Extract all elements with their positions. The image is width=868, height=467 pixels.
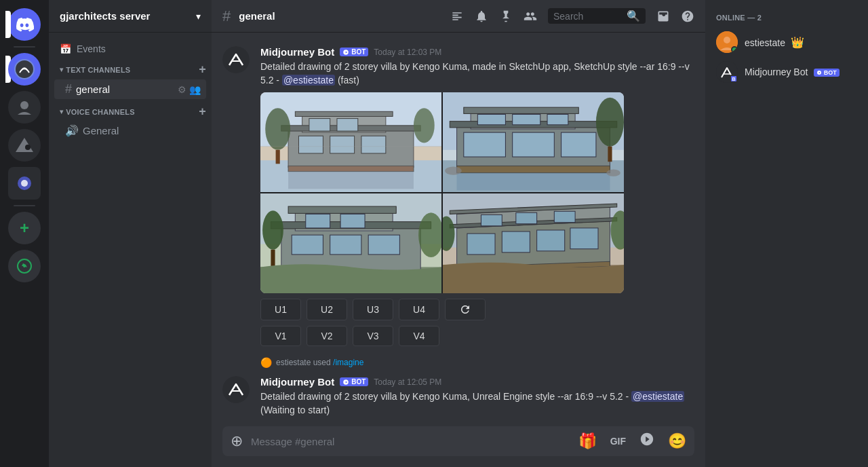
voice-channel-name: General <box>83 125 119 136</box>
member-item-midjourney[interactable]: B Midjourney Bot BOT <box>711 57 863 87</box>
svg-rect-74 <box>570 228 598 249</box>
add-attachment-button[interactable]: ⊕ <box>228 427 245 455</box>
svg-rect-76 <box>516 213 537 224</box>
discover-button[interactable] <box>8 250 41 282</box>
message-header-1: Midjourney Bot BOT Today at 12:03 PM <box>260 46 694 58</box>
bell-icon[interactable] <box>475 10 488 23</box>
message-text-1: Detailed drawing of 2 storey villa by Ke… <box>260 60 694 87</box>
member-name-estiestate: estiestate <box>745 37 785 48</box>
voice-channels-label: VOICE CHANNELS <box>66 108 134 116</box>
channel-item-general[interactable]: # general ⚙ 👥 <box>54 79 206 99</box>
message-content-1: Midjourney Bot BOT Today at 12:03 PM Det… <box>260 46 694 346</box>
settings-icon[interactable]: ⚙ <box>178 84 186 95</box>
message-avatar-1 <box>222 46 250 73</box>
svg-rect-39 <box>547 115 568 125</box>
server3-icon[interactable] <box>8 129 41 162</box>
svg-rect-71 <box>467 234 495 255</box>
image-cell-1 <box>260 92 441 192</box>
inbox-icon[interactable] <box>656 10 670 23</box>
v4-button[interactable]: V4 <box>399 326 439 346</box>
svg-rect-41 <box>608 147 612 162</box>
help-icon[interactable] <box>681 10 694 23</box>
hashtag-icon: # <box>65 82 72 96</box>
message-input-area: ⊕ 🎁 GIF 😊 <box>212 426 705 467</box>
members-icon[interactable]: 👥 <box>189 84 201 95</box>
svg-rect-16 <box>298 136 323 153</box>
bot-indicator: B <box>730 75 738 83</box>
server2-wrapper <box>8 91 41 124</box>
message-timestamp-1: Today at 12:03 PM <box>374 48 441 57</box>
svg-rect-72 <box>502 231 530 253</box>
search-box[interactable]: 🔍 <box>548 8 646 24</box>
server-header[interactable]: gjarchitects server ▾ <box>49 0 212 33</box>
svg-marker-2 <box>16 138 33 152</box>
svg-point-61 <box>262 210 283 250</box>
member-avatar-midjourney: B <box>716 61 738 83</box>
mention-estiestate-2[interactable]: @estiestate <box>631 391 684 402</box>
gjarchitects-server-icon[interactable] <box>8 53 41 86</box>
svg-rect-19 <box>309 119 330 131</box>
svg-point-40 <box>596 98 624 147</box>
v2-button[interactable]: V2 <box>307 326 347 346</box>
svg-rect-20 <box>337 119 358 131</box>
online-indicator <box>731 46 738 53</box>
channel-action-icons: ⚙ 👥 <box>178 84 201 95</box>
add-server-button[interactable]: + <box>8 212 41 244</box>
button-row-1: U1 U2 U3 U4 <box>260 299 694 320</box>
gift-icon[interactable]: 🎁 <box>576 427 599 455</box>
voice-channels-header[interactable]: ▾ VOICE CHANNELS + <box>49 102 212 122</box>
v3-button[interactable]: V3 <box>353 326 393 346</box>
u3-button[interactable]: U3 <box>353 299 393 320</box>
mention-estiestate[interactable]: @estiestate <box>282 75 335 86</box>
server-sidebar: + <box>0 0 49 467</box>
v1-button[interactable]: V1 <box>260 326 301 346</box>
calendar-icon: 📅 <box>60 43 71 54</box>
pin-icon[interactable] <box>499 10 513 23</box>
svg-rect-57 <box>340 214 365 229</box>
svg-point-5 <box>21 180 28 187</box>
events-label: Events <box>77 43 106 54</box>
text-channels-header[interactable]: ▾ TEXT CHANNELS + <box>49 60 212 79</box>
threads-icon[interactable] <box>450 10 464 23</box>
server4-icon[interactable] <box>8 167 41 200</box>
system-text: estiestate used /imagine <box>276 358 363 367</box>
discord-home-wrapper <box>8 8 41 41</box>
channel-sidebar: gjarchitects server ▾ 📅 Events ▾ TEXT CH… <box>49 0 212 467</box>
add-channel-button[interactable]: + <box>199 62 206 77</box>
svg-point-45 <box>606 170 620 176</box>
members-panel-icon[interactable] <box>524 10 537 23</box>
svg-point-3 <box>25 145 31 150</box>
message-input-box: ⊕ 🎁 GIF 😊 <box>222 426 694 456</box>
server2-icon[interactable] <box>8 91 41 124</box>
server4-wrapper <box>8 167 41 200</box>
button-row-2: V1 V2 V3 V4 <box>260 326 694 346</box>
image-grid-1[interactable] <box>260 92 624 293</box>
message-author-1: Midjourney Bot <box>260 46 334 58</box>
message-input[interactable] <box>251 428 570 455</box>
crown-badge: 👑 <box>791 37 804 48</box>
u4-button[interactable]: U4 <box>399 299 439 320</box>
u2-button[interactable]: U2 <box>307 299 347 320</box>
sticker-icon[interactable] <box>637 426 657 456</box>
chat-header: # general <box>212 0 705 33</box>
events-item[interactable]: 📅 Events <box>49 38 212 60</box>
svg-rect-56 <box>306 214 330 229</box>
channel-name-general: general <box>76 83 110 95</box>
refresh-button[interactable] <box>445 299 486 320</box>
discord-home-button[interactable] <box>8 8 41 41</box>
imagine-command[interactable]: /imagine <box>333 358 363 367</box>
add-voice-channel-button[interactable]: + <box>199 105 206 119</box>
server-divider-2 <box>14 205 35 206</box>
image-cell-2 <box>443 92 624 192</box>
voice-channel-general[interactable]: 🔊 General <box>54 122 206 140</box>
member-item-estiestate[interactable]: estiestate 👑 <box>711 27 863 57</box>
gif-icon[interactable]: GIF <box>608 430 629 452</box>
message-avatar-2 <box>222 376 250 403</box>
text-channels-section: ▾ TEXT CHANNELS + # general ⚙ 👥 <box>49 60 212 99</box>
svg-rect-75 <box>481 215 502 226</box>
search-input[interactable] <box>553 11 627 22</box>
u1-button[interactable]: U1 <box>260 299 301 320</box>
messages-area[interactable]: Midjourney Bot BOT Today at 12:03 PM Det… <box>212 33 705 426</box>
emoji-button[interactable]: 😊 <box>665 427 689 455</box>
svg-rect-37 <box>477 115 505 125</box>
